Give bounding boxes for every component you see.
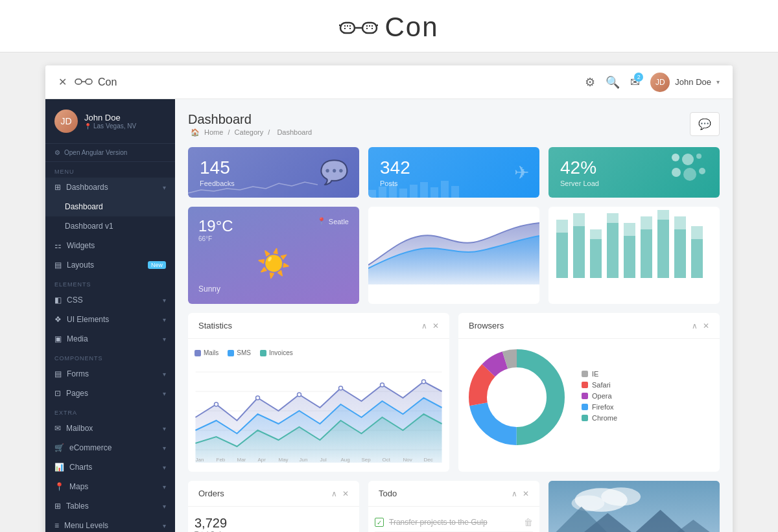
chevron-icon: ▾ bbox=[163, 371, 166, 378]
chat-button[interactable]: 💬 bbox=[690, 112, 720, 136]
user-avatar: JD bbox=[650, 73, 670, 92]
minimize-icon[interactable]: ∧ bbox=[421, 321, 427, 330]
user-menu[interactable]: JD John Doe ▾ bbox=[650, 73, 720, 92]
panel-actions: ∧ ✕ bbox=[512, 489, 529, 498]
sidebar-item-charts[interactable]: 📊 Charts ▾ bbox=[45, 457, 175, 477]
mail-icon[interactable]: ✉ 2 bbox=[630, 75, 640, 89]
sidebar-item-layouts[interactable]: ▤ Layouts New bbox=[45, 255, 175, 275]
sidebar-open-angular-btn[interactable]: ⚙ Open Angular Version bbox=[45, 144, 175, 162]
minimize-icon[interactable]: ∧ bbox=[331, 489, 337, 498]
weather-card: 19°C 66°F 📍 Seatle ☀️ Sunny bbox=[188, 207, 359, 304]
forms-icon: ▤ bbox=[54, 369, 62, 378]
middle-row: 19°C 66°F 📍 Seatle ☀️ Sunny bbox=[188, 207, 720, 304]
panel-actions: ∧ ✕ bbox=[421, 321, 439, 330]
sidebar-item-menu-levels[interactable]: ≡ Menu Levels ▾ bbox=[45, 516, 175, 532]
chevron-icon: ▾ bbox=[163, 464, 166, 471]
weather-location: Seatle bbox=[329, 218, 349, 226]
topbar-left: ✕ Con bbox=[58, 76, 117, 88]
gallery-image bbox=[548, 481, 720, 532]
feedbacks-icon: 💬 bbox=[320, 159, 349, 186]
tables-icon: ⊞ bbox=[54, 502, 61, 511]
sidebar-user-name: John Doe bbox=[84, 113, 136, 122]
search-icon[interactable]: 🔍 bbox=[606, 75, 620, 89]
sidebar-item-dashboards[interactable]: ⊞ Dashboards ▾ bbox=[45, 178, 175, 197]
sidebar-item-pages[interactable]: ⊡ Pages ▾ bbox=[45, 384, 175, 403]
todo-panel-body: ✓ Transfer projects to the Gulp 🗑 Make v… bbox=[368, 507, 539, 532]
svg-text:May: May bbox=[279, 457, 289, 463]
todo-delete-1[interactable]: 🗑 bbox=[524, 517, 533, 527]
svg-rect-33 bbox=[607, 223, 619, 278]
top-logo: Con bbox=[339, 12, 438, 43]
svg-text:Aug: Aug bbox=[341, 457, 350, 463]
svg-rect-13 bbox=[366, 28, 368, 29]
svg-rect-8 bbox=[344, 28, 346, 29]
sidebar-item-dashboard-v1[interactable]: Dashboard v1 bbox=[45, 216, 175, 236]
sidebar-item-widgets[interactable]: ⚏ Widgets bbox=[45, 236, 175, 255]
orders-panel-body: 3,729 Total Orders $7,180 Total Income 2… bbox=[188, 507, 359, 532]
mailbox-icon: ✉ bbox=[54, 424, 61, 433]
sidebar-item-media[interactable]: ▣ Media ▾ bbox=[45, 329, 175, 349]
browsers-title: Browsers bbox=[469, 321, 504, 330]
sidebar-item-ui-elements[interactable]: ❖ UI Elements ▾ bbox=[45, 310, 175, 329]
sidebar-section-components: COMPONENTS bbox=[45, 349, 175, 364]
sidebar-section-elements: ELEMENTS bbox=[45, 275, 175, 290]
svg-rect-28 bbox=[556, 220, 568, 233]
svg-text:Nov: Nov bbox=[403, 457, 412, 463]
breadcrumb-home[interactable]: Home bbox=[204, 128, 223, 136]
total-orders-value: 3,729 bbox=[194, 516, 353, 531]
sidebar-item-maps[interactable]: 📍 Maps ▾ bbox=[45, 477, 175, 496]
sidebar-item-dashboard[interactable]: Dashboard bbox=[45, 197, 175, 216]
todo-checkbox-1[interactable]: ✓ bbox=[375, 518, 384, 527]
chevron-icon: ▾ bbox=[163, 445, 166, 452]
sidebar-item-mailbox[interactable]: ✉ Mailbox ▾ bbox=[45, 419, 175, 438]
page-header-left: Dashboard 🏠 Home / Category / Dashboard bbox=[188, 112, 314, 137]
sidebar-item-ecommerce[interactable]: 🛒 eCommerce ▾ bbox=[45, 438, 175, 457]
close-icon[interactable]: ✕ bbox=[523, 489, 529, 498]
svg-rect-39 bbox=[657, 220, 669, 278]
stat-cards-row: 145 Feedbacks 💬 342 Posts ✈ bbox=[188, 147, 720, 198]
ecommerce-icon: 🛒 bbox=[54, 443, 64, 452]
svg-point-54 bbox=[381, 383, 384, 387]
svg-rect-16 bbox=[86, 79, 92, 84]
svg-point-52 bbox=[298, 393, 301, 397]
topbar-right: ⚙ 🔍 ✉ 2 JD John Doe ▾ bbox=[585, 73, 720, 92]
svg-text:Jul: Jul bbox=[320, 457, 327, 463]
svg-text:Jan: Jan bbox=[196, 457, 204, 463]
gear-icon[interactable]: ⚙ bbox=[585, 75, 595, 89]
close-icon[interactable]: ✕ bbox=[432, 321, 439, 330]
svg-rect-41 bbox=[674, 229, 686, 278]
svg-point-51 bbox=[256, 396, 260, 400]
posts-number: 342 bbox=[380, 157, 528, 178]
svg-rect-12 bbox=[371, 25, 373, 27]
location-pin-icon: 📍 bbox=[84, 123, 91, 130]
svg-rect-29 bbox=[573, 226, 585, 278]
svg-point-77 bbox=[572, 495, 605, 511]
sidebar-item-forms[interactable]: ▤ Forms ▾ bbox=[45, 364, 175, 384]
sidebar-user-location: 📍 Las Vegas, NV bbox=[84, 122, 136, 130]
statistics-title: Statistics bbox=[198, 321, 232, 330]
content-area: Dashboard 🏠 Home / Category / Dashboard … bbox=[175, 99, 733, 532]
minimize-icon[interactable]: ∧ bbox=[692, 321, 698, 330]
css-icon: ◧ bbox=[54, 295, 62, 305]
sidebar-section-extra: EXTRA bbox=[45, 403, 175, 419]
sidebar-section-menu: MENU bbox=[45, 162, 175, 178]
pages-icon: ⊡ bbox=[54, 389, 61, 398]
sidebar-item-css[interactable]: ◧ CSS ▾ bbox=[45, 290, 175, 310]
svg-text:Mar: Mar bbox=[237, 457, 246, 463]
close-icon[interactable]: ✕ bbox=[342, 489, 349, 498]
svg-rect-22 bbox=[410, 185, 418, 198]
svg-rect-37 bbox=[641, 229, 652, 278]
chevron-down-icon: ▾ bbox=[163, 184, 166, 191]
sidebar-item-tables[interactable]: ⊞ Tables ▾ bbox=[45, 496, 175, 516]
svg-rect-27 bbox=[556, 233, 568, 278]
close-icon[interactable]: ✕ bbox=[58, 76, 67, 88]
chevron-icon: ▾ bbox=[163, 425, 166, 432]
svg-rect-34 bbox=[607, 213, 619, 223]
breadcrumb-category[interactable]: Category bbox=[235, 128, 264, 136]
layouts-icon: ▤ bbox=[54, 260, 62, 270]
minimize-icon[interactable]: ∧ bbox=[512, 489, 517, 498]
close-icon[interactable]: ✕ bbox=[703, 321, 709, 330]
svg-rect-43 bbox=[691, 239, 703, 278]
svg-rect-14 bbox=[371, 28, 373, 29]
weather-condition: Sunny bbox=[198, 284, 349, 294]
